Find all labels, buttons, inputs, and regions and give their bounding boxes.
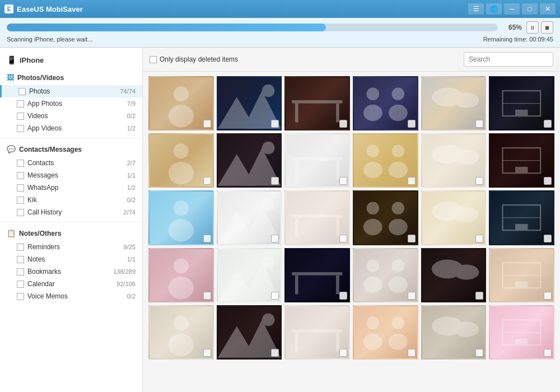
sidebar-item-photos[interactable]: Photos 74/74 xyxy=(0,85,142,97)
photo-cell[interactable] xyxy=(421,76,487,130)
photo-cell[interactable] xyxy=(148,133,214,188)
search-input[interactable] xyxy=(464,52,553,67)
photo-select-checkbox[interactable] xyxy=(203,235,211,242)
sidebar-item-reminders[interactable]: Reminders 9/25 xyxy=(0,241,142,253)
sidebar-item-whatsapp[interactable]: WhatsApp 1/2 xyxy=(0,181,142,194)
photo-cell[interactable] xyxy=(217,248,282,302)
photo-cell[interactable] xyxy=(489,133,554,188)
globe-button[interactable]: 🌐 xyxy=(486,3,502,15)
photo-cell[interactable] xyxy=(353,76,418,130)
photo-select-checkbox[interactable] xyxy=(203,349,211,357)
photo-cell[interactable] xyxy=(284,76,350,130)
photo-select-checkbox[interactable] xyxy=(203,292,211,300)
photo-select-checkbox[interactable] xyxy=(544,177,552,185)
photo-select-checkbox[interactable] xyxy=(339,120,347,128)
whatsapp-checkbox[interactable] xyxy=(17,184,24,192)
sidebar-item-videos[interactable]: Videos 0/2 xyxy=(0,110,142,122)
photo-cell[interactable] xyxy=(353,190,418,245)
photo-cell[interactable] xyxy=(148,190,214,245)
call-history-checkbox[interactable] xyxy=(17,209,24,216)
photo-cell[interactable] xyxy=(217,76,282,130)
photo-select-checkbox[interactable] xyxy=(408,292,416,300)
contacts-checkbox[interactable] xyxy=(17,160,24,167)
photo-select-checkbox[interactable] xyxy=(203,177,211,185)
photo-select-checkbox[interactable] xyxy=(544,120,552,128)
photo-cell[interactable] xyxy=(284,248,350,302)
photo-select-checkbox[interactable] xyxy=(271,177,279,185)
photo-cell[interactable] xyxy=(421,133,487,188)
photo-select-checkbox[interactable] xyxy=(408,235,416,242)
app-photos-checkbox[interactable] xyxy=(17,100,24,108)
reminders-checkbox[interactable] xyxy=(17,244,24,251)
photo-cell[interactable] xyxy=(421,248,487,302)
photo-cell[interactable] xyxy=(489,305,554,360)
minimize-button[interactable]: ─ xyxy=(504,3,520,15)
photo-select-checkbox[interactable] xyxy=(475,120,483,128)
photo-select-checkbox[interactable] xyxy=(339,349,347,357)
pause-button[interactable]: ⏸ xyxy=(526,21,539,34)
sidebar-section-header-photos[interactable]: 🖼 Photos/Videos xyxy=(0,70,142,85)
photo-grid-container[interactable] xyxy=(143,72,560,392)
photo-select-checkbox[interactable] xyxy=(408,120,416,128)
bookmarks-checkbox[interactable] xyxy=(17,268,24,276)
photo-cell[interactable] xyxy=(217,190,282,245)
sidebar-item-app-videos[interactable]: App Videos 1/2 xyxy=(0,122,142,134)
photo-select-checkbox[interactable] xyxy=(544,349,552,357)
photo-cell[interactable] xyxy=(421,305,487,360)
kik-checkbox[interactable] xyxy=(17,197,24,204)
close-button[interactable]: ✕ xyxy=(540,3,556,15)
photo-select-checkbox[interactable] xyxy=(475,235,483,242)
sidebar-item-kik[interactable]: Kik 0/2 xyxy=(0,194,142,206)
photo-select-checkbox[interactable] xyxy=(339,235,347,242)
sidebar-item-app-photos[interactable]: App Photos 7/9 xyxy=(0,97,142,110)
photo-select-checkbox[interactable] xyxy=(475,177,483,185)
photo-select-checkbox[interactable] xyxy=(408,177,416,185)
sidebar-item-messages[interactable]: Messages 1/1 xyxy=(0,169,142,181)
photo-cell[interactable] xyxy=(217,133,282,188)
photo-select-checkbox[interactable] xyxy=(203,120,211,128)
photo-cell[interactable] xyxy=(217,305,282,360)
photo-cell[interactable] xyxy=(148,305,214,360)
menu-button[interactable]: ☰ xyxy=(468,3,484,15)
maximize-button[interactable]: □ xyxy=(522,3,538,15)
photo-select-checkbox[interactable] xyxy=(408,349,416,357)
photo-select-checkbox[interactable] xyxy=(271,292,279,300)
filter-checkbox[interactable] xyxy=(150,56,157,63)
photo-cell[interactable] xyxy=(353,133,418,188)
photo-cell[interactable] xyxy=(489,76,554,130)
photo-cell[interactable] xyxy=(284,190,350,245)
sidebar-item-bookmarks[interactable]: Bookmarks 138/289 xyxy=(0,265,142,278)
sidebar-item-notes[interactable]: Notes 1/1 xyxy=(0,253,142,265)
photo-cell[interactable] xyxy=(353,248,418,302)
photo-select-checkbox[interactable] xyxy=(544,235,552,242)
photo-select-checkbox[interactable] xyxy=(271,120,279,128)
photo-cell[interactable] xyxy=(148,76,214,130)
photo-cell[interactable] xyxy=(353,305,418,360)
sidebar-item-voice-memos[interactable]: Voice Memos 0/2 xyxy=(0,290,142,302)
sidebar-item-contacts[interactable]: Contacts 2/7 xyxy=(0,157,142,169)
photo-select-checkbox[interactable] xyxy=(544,292,552,300)
photo-cell[interactable] xyxy=(489,248,554,302)
app-videos-checkbox[interactable] xyxy=(17,125,24,132)
photo-cell[interactable] xyxy=(148,248,214,302)
photo-select-checkbox[interactable] xyxy=(475,349,483,357)
notes-checkbox[interactable] xyxy=(17,256,24,263)
photo-cell[interactable] xyxy=(284,133,350,188)
voice-memos-checkbox[interactable] xyxy=(17,293,24,300)
sidebar-item-call-history[interactable]: Call History 2/74 xyxy=(0,206,142,218)
photo-select-checkbox[interactable] xyxy=(271,349,279,357)
photo-cell[interactable] xyxy=(284,305,350,360)
photo-select-checkbox[interactable] xyxy=(475,292,483,300)
photo-cell[interactable] xyxy=(489,190,554,245)
photo-cell[interactable] xyxy=(421,190,487,245)
videos-checkbox[interactable] xyxy=(17,113,24,120)
sidebar-section-header-contacts[interactable]: 💬 Contacts/Messages xyxy=(0,142,142,157)
photos-checkbox[interactable] xyxy=(18,88,26,95)
sidebar-section-header-notes[interactable]: 📋 Notes/Others xyxy=(0,226,142,241)
photo-select-checkbox[interactable] xyxy=(339,292,347,300)
sidebar-item-calendar[interactable]: Calendar 92/106 xyxy=(0,278,142,290)
photo-select-checkbox[interactable] xyxy=(339,177,347,185)
messages-checkbox[interactable] xyxy=(17,172,24,179)
stop-button[interactable]: ⏹ xyxy=(541,21,553,34)
photo-select-checkbox[interactable] xyxy=(271,235,279,242)
